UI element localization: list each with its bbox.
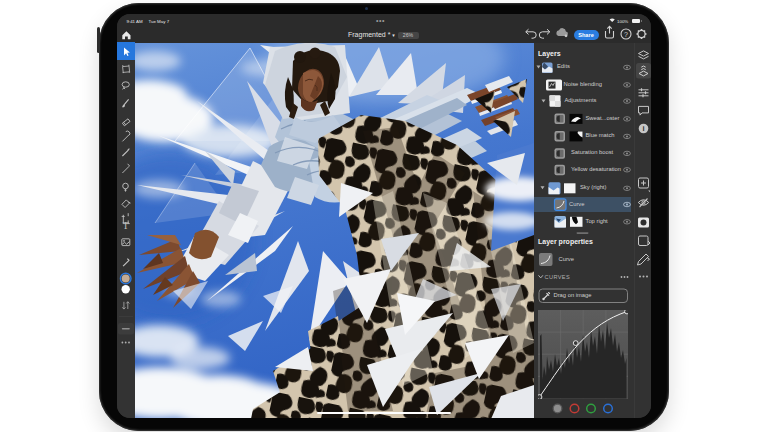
svg-text:?: ? — [624, 31, 628, 38]
svg-text:T: T — [123, 221, 129, 231]
svg-text:i: i — [642, 124, 644, 133]
